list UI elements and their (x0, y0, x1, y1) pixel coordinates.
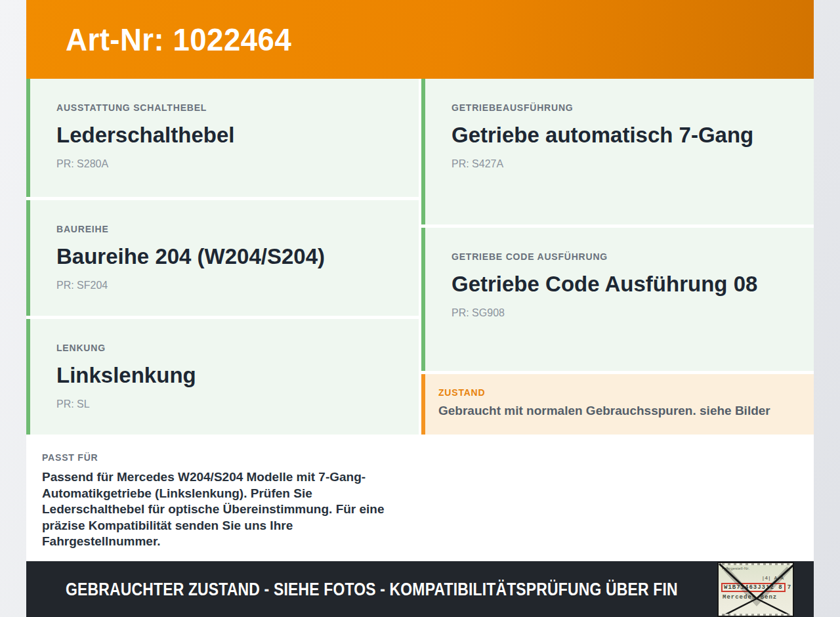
spec-grid: AUSSTATTUNG SCHALTHEBEL Lederschalthebel… (26, 79, 814, 561)
condition-card: ZUSTAND Gebraucht mit normalen Gebrauchs… (421, 374, 814, 435)
spec-card-title: Getriebe automatisch 7-Gang (452, 121, 780, 150)
header-banner: Art-Nr: 1022464 (26, 0, 814, 79)
compatibility-card-label: PASST FÜR (42, 452, 406, 463)
spec-card-lenkung: LENKUNG Linkslenkung PR: SL (26, 319, 419, 435)
spec-card-label: LENKUNG (56, 343, 396, 353)
spec-card-title: Getriebe Code Ausführung 08 (452, 270, 780, 299)
spec-card-getriebe-code: GETRIEBE CODE AUSFÜHRUNG Getriebe Code A… (421, 228, 814, 371)
spec-card-getriebeausfuehrung: GETRIEBEAUSFÜHRUNG Getriebe automatisch … (421, 79, 814, 224)
article-number-title: Art-Nr: 1022464 (66, 22, 291, 58)
footer-bar: GEBRAUCHTER ZUSTAND - SIEHE FOTOS - KOMP… (26, 561, 814, 617)
spec-card-label: GETRIEBE CODE AUSFÜHRUNG (452, 251, 791, 262)
envelope-icon (719, 563, 794, 617)
spec-card-title: Lederschalthebel (56, 121, 385, 150)
footer-notice-text: GEBRAUCHTER ZUSTAND - SIEHE FOTOS - KOMP… (66, 580, 678, 600)
spec-card-pr-code: PR: SG908 (452, 307, 791, 319)
product-sheet: Art-Nr: 1022464 AUSSTATTUNG SCHALTHEBEL … (26, 0, 814, 617)
compatibility-card: PASST FÜR Passend für Mercedes W204/S204… (26, 438, 419, 561)
spec-card-baureihe: BAUREIHE Baureihe 204 (W204/S204) PR: SF… (26, 200, 419, 316)
spec-card-pr-code: PR: SF204 (56, 280, 396, 291)
spec-card-label: GETRIEBEAUSFÜHRUNG (452, 102, 791, 113)
condition-card-label: ZUSTAND (438, 387, 801, 398)
spec-card-ausstattung: AUSSTATTUNG SCHALTHEBEL Lederschalthebel… (26, 79, 419, 197)
spec-column-right: GETRIEBEAUSFÜHRUNG Getriebe automatisch … (421, 79, 814, 561)
spec-card-pr-code: PR: S280A (56, 158, 396, 170)
spec-card-pr-code: PR: S427A (452, 158, 791, 170)
spec-card-title: Baureihe 204 (W204/S204) (56, 242, 385, 271)
compatibility-text: Passend für Mercedes W204/S204 Modelle m… (42, 469, 406, 550)
spec-card-label: BAUREIHE (56, 224, 396, 234)
condition-text: Gebraucht mit normalen Gebrauchsspuren. … (438, 403, 801, 419)
spec-card-label: AUSSTATTUNG SCHALTHEBEL (56, 102, 396, 113)
spec-column-left: AUSSTATTUNG SCHALTHEBEL Lederschalthebel… (26, 79, 419, 561)
vehicle-data-card-photo: Fahrgestell-Nr. |4| A/A W1B71463J312 8 7… (717, 562, 794, 617)
spec-card-title: Linkslenkung (56, 361, 385, 390)
spec-card-pr-code: PR: SL (56, 398, 396, 410)
